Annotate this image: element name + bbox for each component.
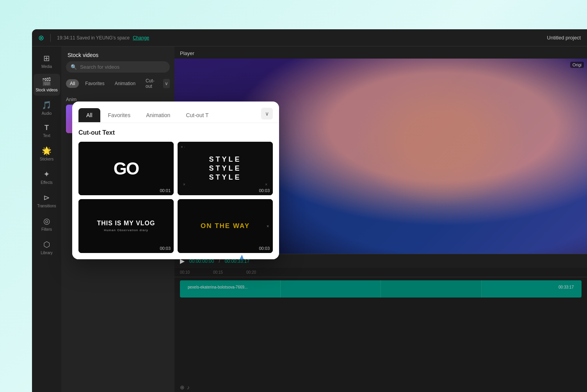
stickers-icon: 🌟: [42, 146, 52, 155]
sidebar-label-effects: Effects: [41, 180, 52, 185]
sidebar: ⊞ Media 🎬 Stock videos 🎵 Audio T Text 🌟 …: [32, 46, 61, 392]
timeline-bottom: ⊕ ♪: [174, 383, 587, 392]
sidebar-label-text: Text: [43, 134, 50, 138]
project-title: Untitled project: [547, 35, 581, 41]
current-time: 00:00:00:00: [189, 258, 214, 264]
audio-bottom-icon[interactable]: ♪: [187, 384, 190, 390]
sidebar-item-filters[interactable]: ◎ Filters: [34, 213, 60, 235]
filter-tab-cutout[interactable]: Cut-out: [142, 77, 161, 91]
card-onway-x: ×: [267, 224, 269, 228]
track-strip[interactable]: pexels-ekaterina-bolotsova-7669... 00:33…: [180, 280, 582, 298]
filter-tab-favorites[interactable]: Favorites: [81, 79, 108, 88]
library-icon: ⬡: [43, 240, 50, 249]
media-icon: ⊞: [43, 53, 50, 63]
filters-icon: ◎: [43, 216, 50, 226]
sidebar-item-effects[interactable]: ✦ Effects: [34, 166, 60, 188]
filter-tabs: All Favorites Animation Cut-out ∨: [61, 77, 174, 94]
card-go-text: GO: [114, 159, 139, 178]
card-vlog-sub: Human Observation diary: [104, 228, 148, 232]
timeline-area: ▶ 00:00:00:00 / 00:00:33:17 00:10 00:15 …: [174, 254, 587, 392]
stock-videos-icon: 🎬: [42, 77, 52, 86]
sidebar-item-stock-videos[interactable]: 🎬 Stock videos: [34, 74, 60, 96]
sidebar-label-filters: Filters: [41, 227, 52, 232]
card-vlog-content: THIS IS MY VLOG Human Observation diary: [78, 199, 174, 253]
filter-tab-animation[interactable]: Animation: [111, 79, 139, 88]
add-icon[interactable]: ⊕: [180, 384, 185, 390]
dropdown-content: Cut-out Text GO 00:01 × · STYLE STYLE ST…: [72, 123, 279, 259]
player-label: Player: [174, 46, 587, 59]
card-style-duration: 00:03: [259, 188, 270, 193]
sidebar-item-library[interactable]: ⬡ Library: [34, 237, 60, 258]
dropdown-section-title: Cut-out Text: [78, 129, 273, 136]
sidebar-label-library: Library: [41, 251, 53, 255]
dropdown-card-vlog[interactable]: THIS IS MY VLOG Human Observation diary …: [78, 199, 174, 253]
status-text: 19:34:11 Saved in YEUNG's space: [57, 35, 130, 41]
search-input[interactable]: [80, 64, 165, 70]
dropdown-card-style[interactable]: × · STYLE STYLE STYLE × × 00:03: [178, 142, 273, 195]
dropdown-tab-all[interactable]: All: [78, 108, 100, 122]
style-decorators: × ·: [181, 145, 185, 149]
card-go-content: GO: [78, 142, 174, 195]
card-style-text: STYLE STYLE STYLE: [209, 155, 241, 182]
time-separator: /: [219, 258, 220, 264]
style-x-right: ×: [265, 182, 267, 187]
style-x-left: ×: [183, 182, 185, 187]
sidebar-label-transitions: Transitions: [37, 204, 56, 208]
card-onway-text: ON THE WAY: [201, 222, 250, 230]
ruler-mark-2: 00:15: [213, 270, 223, 274]
card-vlog-duration: 00:03: [160, 246, 171, 251]
sidebar-item-stickers[interactable]: 🌟 Stickers: [34, 143, 60, 165]
card-style-content: × · STYLE STYLE STYLE × ×: [178, 142, 273, 195]
timeline-ruler: 00:10 00:15 00:20: [174, 268, 587, 277]
audio-icon: 🎵: [42, 100, 52, 110]
dropdown-card-onway[interactable]: ON THE WAY × 00:03: [178, 199, 273, 253]
top-bar: ⊗ 19:34:11 Saved in YEUNG's space Change…: [32, 29, 587, 46]
sidebar-label-stock: Stock videos: [36, 88, 58, 93]
transitions-icon: ⊳: [43, 193, 50, 202]
dropdown-tab-favorites[interactable]: Favorites: [100, 108, 139, 122]
sidebar-item-text[interactable]: T Text: [34, 121, 60, 141]
timeline-track: pexels-ekaterina-bolotsova-7669... 00:33…: [174, 277, 587, 383]
dropdown-card-go[interactable]: GO 00:01: [78, 142, 174, 195]
player-right-label: Origi: [570, 62, 584, 68]
sidebar-item-audio[interactable]: 🎵 Audio: [34, 97, 60, 119]
divider: [50, 34, 51, 42]
app-logo: ⊗: [38, 34, 44, 42]
panel-title: Stock videos: [61, 46, 174, 61]
dropdown-tab-cutout[interactable]: Cut-out T: [178, 108, 216, 122]
text-icon: T: [44, 124, 49, 132]
search-icon: 🔍: [71, 64, 77, 70]
sidebar-item-transitions[interactable]: ⊳ Transitions: [34, 190, 60, 212]
track-timestamp: 00:33:17: [559, 285, 574, 289]
ruler-mark-1: 00:10: [180, 270, 190, 274]
dropdown-more-button[interactable]: ∨: [261, 108, 273, 119]
cursor-indicator: [228, 252, 256, 259]
ruler-marks: 00:10 00:15 00:20: [180, 270, 256, 274]
card-go-duration: 00:01: [160, 188, 171, 193]
card-vlog-main: THIS IS MY VLOG: [97, 220, 155, 227]
card-onway-duration: 00:03: [259, 246, 270, 251]
card-onway-content: ON THE WAY ×: [178, 199, 273, 253]
dropdown-popup: All Favorites Animation Cut-out T ∨ Cut-…: [72, 102, 279, 259]
effects-icon: ✦: [43, 169, 50, 179]
dropdown-tab-animation[interactable]: Animation: [138, 108, 178, 122]
ruler-mark-3: 00:20: [246, 270, 256, 274]
sidebar-label-media: Media: [41, 64, 52, 69]
filter-tab-more[interactable]: ∨: [163, 79, 170, 88]
change-link[interactable]: Change: [133, 35, 149, 41]
dropdown-grid: GO 00:01 × · STYLE STYLE STYLE × × 00:03: [78, 142, 273, 253]
sidebar-label-stickers: Stickers: [40, 157, 54, 162]
track-label: pexels-ekaterina-bolotsova-7669...: [188, 285, 247, 289]
svg-marker-0: [230, 254, 250, 259]
sidebar-item-media[interactable]: ⊞ Media: [34, 50, 60, 72]
dropdown-tabs: All Favorites Animation Cut-out T ∨: [72, 102, 279, 123]
filter-tab-all[interactable]: All: [66, 79, 79, 88]
search-bar[interactable]: 🔍: [66, 61, 170, 73]
sidebar-label-audio: Audio: [42, 111, 52, 116]
total-time: 00:00:33:17: [225, 258, 249, 264]
